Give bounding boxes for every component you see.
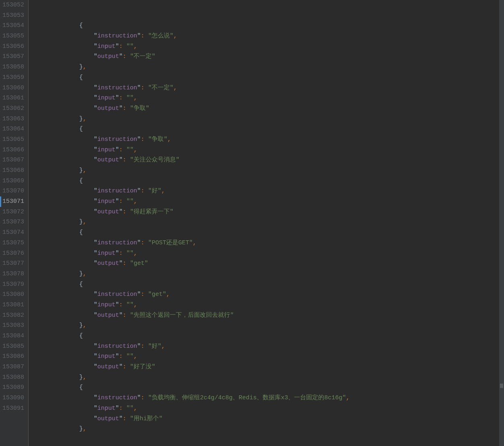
- code-line[interactable]: "output": "得赶紧弄一下": [36, 207, 504, 217]
- code-line[interactable]: "instruction": "怎么说",: [36, 31, 504, 41]
- line-number[interactable]: 153076: [2, 248, 24, 259]
- line-number[interactable]: 153066: [2, 145, 24, 155]
- code-line[interactable]: },: [36, 62, 504, 72]
- line-number[interactable]: 153077: [2, 258, 24, 269]
- line-number[interactable]: 153072: [2, 207, 24, 217]
- line-number[interactable]: 153073: [2, 217, 24, 227]
- code-line[interactable]: {: [36, 279, 504, 290]
- line-number[interactable]: 153075: [2, 238, 24, 248]
- code-line[interactable]: "input": "",: [36, 351, 504, 362]
- line-number[interactable]: 153054: [2, 21, 24, 31]
- scrollbar-thumb[interactable]: [500, 384, 503, 388]
- line-number[interactable]: 153061: [2, 93, 24, 103]
- line-number[interactable]: 153056: [2, 41, 24, 52]
- code-line[interactable]: "instruction": "好",: [36, 186, 504, 196]
- line-number[interactable]: 153053: [2, 10, 24, 21]
- line-number[interactable]: 153087: [2, 362, 24, 372]
- code-editor[interactable]: 1530521530531530541530551530561530571530…: [0, 0, 504, 446]
- line-number[interactable]: 153068: [2, 165, 24, 176]
- code-line[interactable]: "input": "",: [36, 196, 504, 207]
- line-number[interactable]: 153091: [2, 403, 24, 414]
- code-line[interactable]: {: [36, 176, 504, 186]
- line-number[interactable]: 153065: [2, 134, 24, 145]
- line-number[interactable]: 153079: [2, 279, 24, 290]
- code-line[interactable]: "output": "get": [36, 258, 504, 269]
- code-line[interactable]: },: [36, 165, 504, 176]
- code-line[interactable]: {: [36, 227, 504, 238]
- code-line[interactable]: {: [36, 382, 504, 393]
- line-number[interactable]: 153058: [2, 62, 24, 72]
- line-number[interactable]: 153060: [2, 83, 24, 93]
- code-line[interactable]: {: [36, 124, 504, 134]
- line-number[interactable]: 153089: [2, 382, 24, 393]
- code-line[interactable]: "input": "",: [36, 41, 504, 52]
- line-number[interactable]: 153064: [2, 124, 24, 134]
- line-number[interactable]: 153086: [2, 351, 24, 362]
- line-number[interactable]: 153059: [2, 72, 24, 83]
- line-number[interactable]: 153090: [2, 393, 24, 403]
- code-line[interactable]: },: [36, 217, 504, 227]
- code-line[interactable]: "instruction": "争取",: [36, 134, 504, 145]
- code-line[interactable]: "input": "",: [36, 403, 504, 414]
- line-number[interactable]: 153070: [2, 186, 24, 196]
- fold-column[interactable]: [29, 0, 34, 446]
- code-line[interactable]: "input": "",: [36, 93, 504, 103]
- code-line[interactable]: "instruction": "好",: [36, 341, 504, 352]
- line-number[interactable]: 153084: [2, 331, 24, 341]
- code-line[interactable]: "output": "关注公众号消息": [36, 155, 504, 165]
- line-number[interactable]: 153062: [2, 103, 24, 114]
- code-line[interactable]: },: [36, 269, 504, 279]
- line-number[interactable]: 153085: [2, 341, 24, 352]
- line-number[interactable]: 153067: [2, 155, 24, 165]
- code-line[interactable]: {: [36, 72, 504, 83]
- code-line[interactable]: "instruction": "不一定",: [36, 83, 504, 93]
- code-area[interactable]: { "instruction": "怎么说", "input": "", "ou…: [34, 0, 504, 446]
- line-number[interactable]: 153080: [2, 289, 24, 300]
- code-line[interactable]: "instruction": "负载均衡、伸缩组2c4g/4c8g、Redis、…: [36, 393, 504, 403]
- line-number[interactable]: 153082: [2, 310, 24, 321]
- code-line[interactable]: },: [36, 424, 504, 434]
- line-number-gutter[interactable]: 1530521530531530541530551530561530571530…: [0, 0, 28, 446]
- line-number[interactable]: 153074: [2, 227, 24, 238]
- code-line[interactable]: },: [36, 320, 504, 331]
- code-line[interactable]: },: [36, 372, 504, 383]
- code-line[interactable]: "output": "不一定": [36, 52, 504, 62]
- code-line[interactable]: {: [36, 331, 504, 341]
- code-line[interactable]: {: [36, 21, 504, 31]
- line-number[interactable]: 153069: [2, 176, 24, 186]
- line-number[interactable]: 153063: [2, 114, 24, 124]
- code-line[interactable]: "instruction": "get",: [36, 289, 504, 300]
- line-number[interactable]: 153081: [2, 300, 24, 310]
- code-line[interactable]: "input": "",: [36, 300, 504, 310]
- line-number[interactable]: 153052: [2, 0, 24, 10]
- code-line[interactable]: "output": "用hi那个": [36, 414, 504, 424]
- code-line[interactable]: "input": "",: [36, 145, 504, 155]
- code-line[interactable]: },: [36, 114, 504, 124]
- code-line[interactable]: "instruction": "POST还是GET",: [36, 238, 504, 248]
- line-number[interactable]: 153057: [2, 52, 24, 62]
- line-number[interactable]: 153088: [2, 372, 24, 383]
- code-line[interactable]: "input": "",: [36, 248, 504, 259]
- code-line[interactable]: "output": "争取": [36, 103, 504, 114]
- code-line[interactable]: "output": "先照这个返回一下，后面改回去就行": [36, 310, 504, 321]
- line-number[interactable]: 153078: [2, 269, 24, 279]
- vertical-scrollbar[interactable]: [499, 0, 504, 446]
- line-number[interactable]: 153055: [2, 31, 24, 41]
- line-number[interactable]: 153083: [2, 320, 24, 331]
- line-number[interactable]: 153071: [2, 196, 24, 207]
- code-line[interactable]: "output": "好了没": [36, 362, 504, 372]
